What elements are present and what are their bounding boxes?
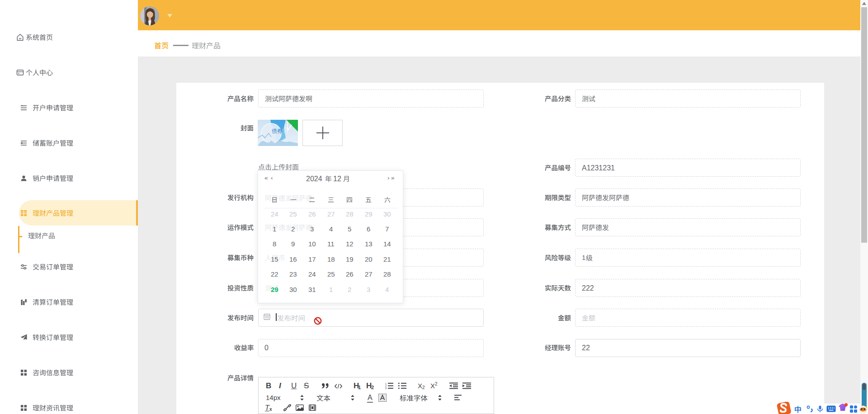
svg-text:3: 3 — [385, 387, 387, 389]
